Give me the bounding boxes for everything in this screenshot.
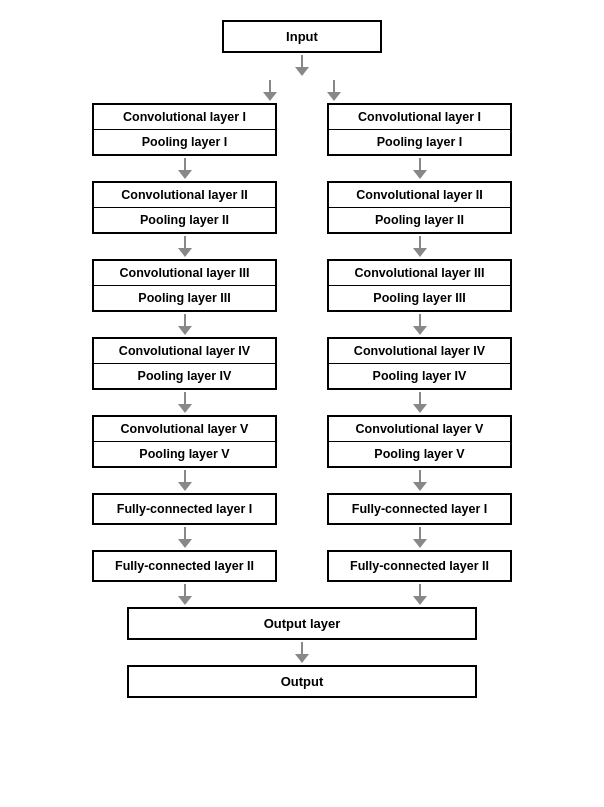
left-pool-1: Pooling layer I [94,130,275,154]
arrow-input-split [295,55,309,76]
right-pool-2: Pooling layer II [329,208,510,232]
left-layer-group-5: Convolutional layer V Pooling layer V [92,415,277,468]
left-pool-4: Pooling layer IV [94,364,275,388]
left-conv-1: Convolutional layer I [94,105,275,130]
output-layer-box: Output layer [127,607,477,640]
left-layer-group-2: Convolutional layer II Pooling layer II [92,181,277,234]
right-pool-3: Pooling layer III [329,286,510,310]
arrow-split-left [263,80,277,101]
left-branch: Convolutional layer I Pooling layer I Co… [92,103,277,607]
right-fc2: Fully-connected layer II [327,550,512,582]
right-fc1: Fully-connected layer I [327,493,512,525]
right-layer-group-5: Convolutional layer V Pooling layer V [327,415,512,468]
left-conv-3: Convolutional layer III [94,261,275,286]
right-layer-group-1: Convolutional layer I Pooling layer I [327,103,512,156]
input-box: Input [222,20,382,53]
left-fc1: Fully-connected layer I [92,493,277,525]
right-conv-5: Convolutional layer V [329,417,510,442]
left-layer-group-4: Convolutional layer IV Pooling layer IV [92,337,277,390]
right-pool-4: Pooling layer IV [329,364,510,388]
neural-network-diagram: Input Convolutional layer I Pooling laye… [12,20,592,698]
split-row [12,78,592,103]
right-branch: Convolutional layer I Pooling layer I Co… [327,103,512,607]
right-layer-group-2: Convolutional layer II Pooling layer II [327,181,512,234]
right-conv-3: Convolutional layer III [329,261,510,286]
right-layer-group-3: Convolutional layer III Pooling layer II… [327,259,512,312]
left-layer-group-3: Convolutional layer III Pooling layer II… [92,259,277,312]
output-box: Output [127,665,477,698]
arrow-to-output [295,642,309,663]
left-pool-2: Pooling layer II [94,208,275,232]
right-pool-5: Pooling layer V [329,442,510,466]
left-pool-5: Pooling layer V [94,442,275,466]
branches-container: Convolutional layer I Pooling layer I Co… [12,103,592,607]
right-layer-group-4: Convolutional layer IV Pooling layer IV [327,337,512,390]
right-conv-1: Convolutional layer I [329,105,510,130]
left-fc2: Fully-connected layer II [92,550,277,582]
left-conv-5: Convolutional layer V [94,417,275,442]
left-conv-4: Convolutional layer IV [94,339,275,364]
right-conv-4: Convolutional layer IV [329,339,510,364]
right-conv-2: Convolutional layer II [329,183,510,208]
left-layer-group-1: Convolutional layer I Pooling layer I [92,103,277,156]
left-pool-3: Pooling layer III [94,286,275,310]
left-conv-2: Convolutional layer II [94,183,275,208]
right-pool-1: Pooling layer I [329,130,510,154]
arrow-split-right [327,80,341,101]
